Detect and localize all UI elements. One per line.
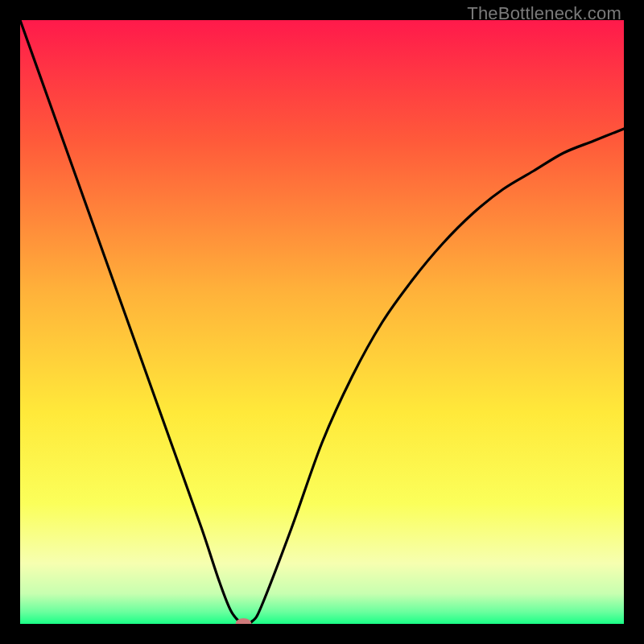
chart-frame — [20, 20, 624, 624]
bottleneck-chart — [20, 20, 624, 624]
attribution-text: TheBottleneck.com — [467, 3, 621, 24]
gradient-background — [20, 20, 624, 624]
